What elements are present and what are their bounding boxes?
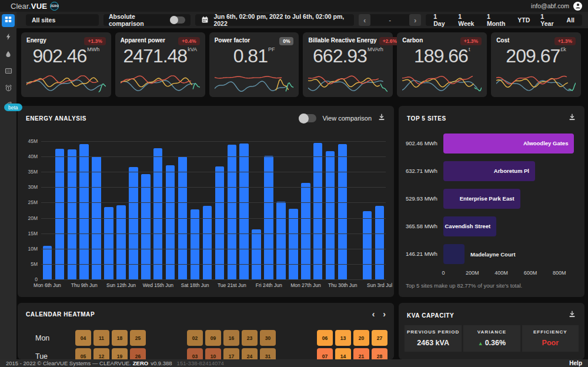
heatmap-cell-17[interactable]: 17 — [223, 348, 239, 359]
kpi-value-row: 902.46MWh — [26, 46, 106, 66]
x-tick-label: Thu 30th Jun — [328, 282, 358, 288]
heatmap-cell-10[interactable]: 10 — [205, 348, 221, 359]
sidebar-item-alarms[interactable] — [2, 82, 15, 95]
kva-stat-label: PREVIOUS PERIOD — [407, 329, 459, 335]
heatmap-cell-24[interactable]: 24 — [242, 348, 258, 359]
bar — [79, 144, 88, 279]
bar — [215, 166, 224, 279]
range-button-all[interactable]: All — [562, 14, 580, 26]
kva-capacity-stats: PREVIOUS PERIOD2463 kVAVARIANCE▲0.36%EFF… — [405, 325, 579, 352]
download-icon[interactable] — [568, 113, 576, 124]
heatmap-cell-19[interactable]: 19 — [112, 348, 128, 359]
kpi-change-badge: +0.4% — [178, 37, 199, 45]
heatmap-cell-14[interactable]: 14 — [335, 348, 351, 359]
sidebar-item-water[interactable] — [2, 48, 15, 61]
bar — [228, 145, 236, 279]
range-button-ytd[interactable]: YTD — [512, 14, 535, 26]
date-range-picker[interactable]: Jun 6th, 02:00 pm, 2022 to Jul 6th, 02:0… — [195, 14, 354, 26]
date-range-text: Jun 6th, 02:00 pm, 2022 to Jul 6th, 02:0… — [213, 13, 348, 27]
top-site-row-madelayne-court: 146.21 MWhMadelayne Court — [406, 240, 577, 268]
kpi-value-row: 2471.48kVA — [121, 46, 200, 66]
toggle-knob — [170, 16, 178, 24]
heatmap-cell-09[interactable]: 09 — [205, 330, 221, 346]
bar — [166, 165, 175, 279]
account-avatar-icon[interactable] — [573, 2, 582, 11]
sidebar-item-dashboard[interactable] — [2, 14, 15, 27]
site-selector[interactable]: All sites — [26, 14, 99, 26]
view-comparison-toggle[interactable] — [299, 114, 316, 122]
heatmap-cell-03[interactable]: 03 — [187, 348, 203, 359]
bar-slot-fri-1st-jul — [349, 141, 361, 279]
alarms-icon — [5, 84, 12, 94]
comparison-period-value: - — [370, 17, 409, 24]
energy-analysis-header: ENERGY ANALYSIS View comparison — [18, 106, 394, 124]
kpi-unit: kVA — [188, 46, 197, 52]
bar-slot-fri-17th-jun — [176, 141, 189, 279]
kpi-unit: £k — [560, 46, 566, 52]
heatmap-cell-23[interactable]: 23 — [242, 330, 258, 346]
heatmap-prev-button[interactable]: ‹ — [372, 310, 375, 318]
heatmap-cell-31[interactable]: 31 — [260, 348, 276, 359]
bar — [153, 148, 162, 280]
calendar-heatmap-panel: CALENDAR HEATMAP ‹ › Mon0411182502091623… — [18, 303, 394, 359]
bar — [375, 206, 384, 279]
kpi-value-row: 0.81PF — [215, 46, 294, 66]
download-icon[interactable] — [568, 310, 576, 321]
absolute-comparison-toggle[interactable] — [170, 16, 185, 24]
range-button-1-month[interactable]: 1 Month — [482, 14, 512, 26]
y-tick-label: 35M — [28, 169, 38, 175]
heatmap-cell-30[interactable]: 30 — [260, 330, 276, 346]
prev-period-button[interactable]: ‹ — [359, 14, 370, 26]
heatmap-cell-16[interactable]: 16 — [223, 330, 239, 346]
kpi-card-header: Cost+1.3% — [496, 37, 576, 45]
next-period-button[interactable]: › — [409, 14, 421, 26]
bar — [43, 246, 52, 279]
sidebar-item-energy[interactable] — [2, 31, 15, 44]
y-tick-label: 5M — [31, 261, 38, 267]
heatmap-cell-13[interactable]: 13 — [335, 330, 351, 346]
kpi-sparkline — [215, 74, 294, 94]
range-button-1-day[interactable]: 1 Day — [428, 14, 453, 26]
heatmap-cell-07[interactable]: 07 — [317, 348, 333, 359]
energy-analysis-y-axis: 45M40M35M30M25M20M15M10M5M0 — [25, 141, 39, 279]
heatmap-cell-28[interactable]: 28 — [372, 348, 387, 359]
range-button-1-year[interactable]: 1 Year — [535, 14, 561, 26]
trend-up-icon: ▲ — [478, 341, 483, 346]
calendar-heatmap-header: CALENDAR HEATMAP ‹ › — [18, 303, 394, 318]
bar-slot-mon-6th-jun — [41, 141, 54, 279]
heatmap-next-button[interactable]: › — [383, 310, 386, 318]
heatmap-cell-18[interactable]: 18 — [112, 330, 128, 346]
dashboard-screen: Clear.VUE ZERO info@abf.com beta All sit… — [0, 0, 588, 367]
gridline — [41, 233, 386, 234]
heatmap-cell-26[interactable]: 26 — [130, 348, 146, 359]
kva-stat-label: VARIANCE — [466, 329, 517, 335]
energy-analysis-controls: View comparison — [299, 113, 386, 124]
bar-slot-sun-12th-jun — [115, 141, 128, 279]
kva-stat-variance: VARIANCE▲0.36% — [463, 325, 520, 352]
top-5-sites-footnote: Top 5 sites make up 82.77% of your site'… — [406, 282, 522, 289]
heatmap-cell-20[interactable]: 20 — [353, 330, 369, 346]
x-tick-label: 0 — [442, 270, 445, 276]
kva-stat-value: Poor — [524, 339, 576, 347]
kva-capacity-header: KVA CAPACITY — [399, 303, 584, 321]
gridline — [41, 218, 386, 219]
help-link[interactable]: Help — [569, 360, 582, 366]
heatmap-cell-02[interactable]: 02 — [187, 330, 203, 346]
heatmap-cell-12[interactable]: 12 — [93, 348, 109, 359]
heatmap-cell-04[interactable]: 04 — [75, 330, 91, 346]
filter-bar: All sites Absolute comparison Jun 6th, 0… — [16, 12, 588, 28]
heatmap-row-label: Mon — [26, 334, 75, 342]
site-bar-area: Alwoodley Gates — [443, 134, 577, 154]
heatmap-cell-05[interactable]: 05 — [75, 348, 91, 359]
kpi-card-header: Carbon+1.3% — [402, 37, 482, 45]
heatmap-cell-21[interactable]: 21 — [353, 348, 369, 359]
bar-slot-sun-19th-jun — [201, 141, 213, 279]
range-button-1-week[interactable]: 1 Week — [453, 14, 482, 26]
heatmap-cell-25[interactable]: 25 — [130, 330, 146, 346]
download-icon[interactable] — [377, 113, 386, 124]
heatmap-cell-27[interactable]: 27 — [372, 330, 387, 346]
heatmap-cell-06[interactable]: 06 — [317, 330, 333, 346]
sidebar-item-meters[interactable] — [2, 65, 15, 78]
heatmap-cell-11[interactable]: 11 — [93, 330, 109, 346]
heatmap-row-label: Tue — [26, 352, 75, 360]
